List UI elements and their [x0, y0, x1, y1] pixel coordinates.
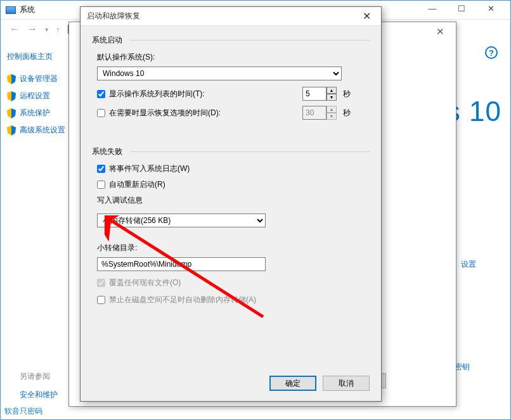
shield-icon: [7, 125, 16, 136]
overwrite-checkbox: [97, 279, 105, 287]
auto-restart-checkbox[interactable]: [97, 181, 105, 189]
security-maintenance-link[interactable]: 安全和维护: [20, 390, 58, 399]
related-header: 另请参阅: [20, 371, 58, 382]
control-panel-home-link[interactable]: 控制面板主页: [7, 51, 77, 62]
show-os-list-label: 显示操作系统列表的时间(T):: [109, 89, 205, 99]
dump-dir-input[interactable]: [97, 257, 266, 271]
nav-device-manager[interactable]: 设备管理器: [7, 73, 77, 84]
recovery-time-input: [302, 106, 327, 120]
nav-remote-settings[interactable]: 远程设置: [7, 91, 77, 101]
nav-system-protection[interactable]: 系统保护: [7, 108, 77, 118]
settings-link[interactable]: 设置: [461, 259, 476, 270]
dialog-title: 启动和故障恢复: [87, 11, 140, 22]
show-recovery-label: 在需要时显示恢复选项的时间(D):: [109, 108, 221, 118]
sidebar: 控制面板主页 设备管理器 远程设置 系统保护 高级系统设置: [1, 39, 77, 419]
seconds-label: 秒: [343, 108, 351, 118]
no-autodelete-label: 禁止在磁盘空间不足时自动删除内存转储(A): [109, 295, 256, 305]
nav-up-icon[interactable]: ↑: [52, 25, 64, 34]
os-list-time-input[interactable]: [302, 87, 327, 101]
nav-advanced-settings[interactable]: 高级系统设置: [7, 125, 77, 136]
write-event-log-label: 将事件写入系统日志(W): [109, 163, 190, 174]
maximize-button[interactable]: ☐: [447, 4, 476, 16]
minimize-button[interactable]: —: [418, 4, 447, 16]
shield-icon: [7, 74, 16, 84]
shield-icon: [7, 91, 16, 101]
help-icon[interactable]: ?: [485, 46, 498, 59]
footer-link[interactable]: 软音只密码: [4, 406, 42, 417]
nav-label: 远程设置: [20, 91, 50, 101]
nav-forward-icon[interactable]: →: [23, 23, 41, 35]
overwrite-label: 覆盖任何现有文件(O): [109, 277, 181, 288]
related-section: 另请参阅 安全和维护: [20, 371, 58, 400]
show-os-list-checkbox[interactable]: [97, 90, 105, 98]
auto-restart-label: 自动重新启动(R): [109, 179, 165, 190]
dump-type-select[interactable]: 小内存转储(256 KB): [97, 213, 266, 227]
shield-icon: [7, 108, 16, 118]
cancel-button[interactable]: 取消: [323, 376, 370, 391]
spin-down-icon[interactable]: ▼: [327, 94, 337, 101]
debug-info-label: 写入调试信息: [97, 195, 370, 206]
close-button[interactable]: ✕: [476, 4, 505, 16]
recovery-time-spinner: ▲▼: [302, 106, 337, 120]
show-recovery-checkbox[interactable]: [97, 109, 105, 117]
nav-label: 高级系统设置: [20, 125, 65, 136]
default-os-select[interactable]: Windows 10: [97, 67, 342, 80]
nav-recent-icon[interactable]: ▾: [41, 26, 52, 33]
os-list-time-spinner[interactable]: ▲▼: [302, 87, 337, 101]
failure-group-legend: 系统失败: [92, 146, 370, 157]
nav-label: 设备管理器: [20, 73, 58, 84]
ok-button[interactable]: 确定: [269, 376, 316, 391]
seconds-label: 秒: [343, 89, 351, 99]
dialog-close-button[interactable]: ✕: [359, 10, 375, 22]
startup-group-legend: 系统启动: [92, 35, 370, 46]
system-title: 系统: [20, 4, 35, 15]
nav-label: 系统保护: [20, 108, 50, 118]
write-event-log-checkbox[interactable]: [97, 165, 105, 173]
default-os-label: 默认操作系统(S):: [97, 52, 370, 63]
startup-recovery-dialog: 启动和故障恢复 ✕ 系统启动 默认操作系统(S): Windows 10 显示操…: [80, 6, 382, 402]
dump-dir-label: 小转储目录:: [97, 243, 370, 253]
monitor-icon: [6, 6, 16, 14]
no-autodelete-checkbox[interactable]: [97, 296, 105, 304]
spin-up-icon[interactable]: ▲: [327, 87, 337, 94]
spin-up-icon: ▲: [327, 106, 337, 113]
props-close-button[interactable]: ✕: [428, 26, 452, 37]
dialog-titlebar: 启动和故障恢复 ✕: [81, 7, 381, 26]
nav-back-icon[interactable]: ←: [6, 23, 23, 35]
spin-down-icon: ▼: [327, 113, 337, 120]
